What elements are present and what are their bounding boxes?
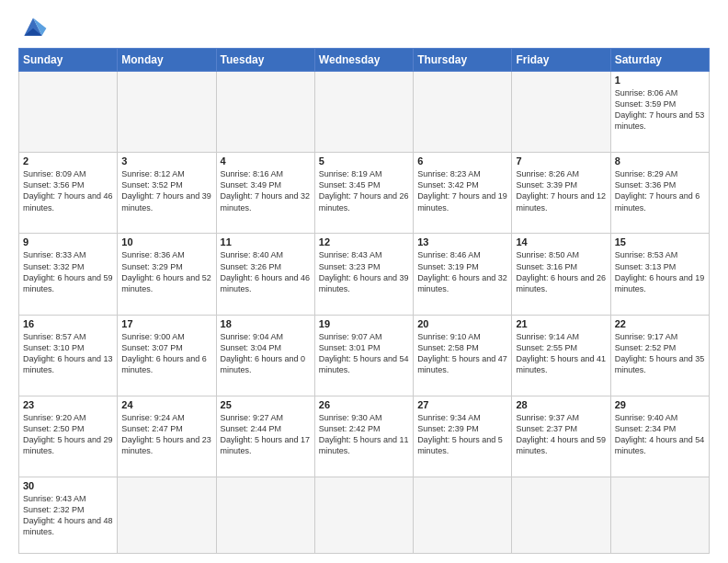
calendar-cell: 8Sunrise: 8:29 AM Sunset: 3:36 PM Daylig… xyxy=(610,153,709,234)
day-info: Sunrise: 9:34 AM Sunset: 2:39 PM Dayligh… xyxy=(417,412,507,457)
day-info: Sunrise: 8:57 AM Sunset: 3:10 PM Dayligh… xyxy=(23,331,113,376)
day-number: 29 xyxy=(615,399,705,410)
day-number: 11 xyxy=(221,236,311,247)
day-number: 26 xyxy=(319,399,409,410)
day-info: Sunrise: 8:26 AM Sunset: 3:39 PM Dayligh… xyxy=(516,168,606,213)
day-number: 12 xyxy=(319,236,409,247)
day-number: 7 xyxy=(516,155,606,167)
day-number: 6 xyxy=(417,155,507,167)
day-info: Sunrise: 8:43 AM Sunset: 3:23 PM Dayligh… xyxy=(319,249,409,294)
day-number: 25 xyxy=(221,399,311,410)
day-number: 3 xyxy=(121,155,211,167)
calendar-cell: 30Sunrise: 9:43 AM Sunset: 2:32 PM Dayli… xyxy=(19,477,118,554)
day-info: Sunrise: 8:36 AM Sunset: 3:29 PM Dayligh… xyxy=(121,249,211,294)
calendar-cell xyxy=(19,72,118,153)
calendar-header-thursday: Thursday xyxy=(414,49,512,72)
calendar-header-saturday: Saturday xyxy=(610,49,709,72)
calendar-cell: 11Sunrise: 8:40 AM Sunset: 3:26 PM Dayli… xyxy=(216,234,314,315)
day-info: Sunrise: 8:09 AM Sunset: 3:56 PM Dayligh… xyxy=(23,168,113,213)
day-info: Sunrise: 9:20 AM Sunset: 2:50 PM Dayligh… xyxy=(23,412,113,457)
day-number: 23 xyxy=(23,399,113,410)
calendar-header-sunday: Sunday xyxy=(19,49,118,72)
day-info: Sunrise: 8:53 AM Sunset: 3:13 PM Dayligh… xyxy=(615,249,705,294)
calendar-header-tuesday: Tuesday xyxy=(216,49,314,72)
calendar-header-wednesday: Wednesday xyxy=(314,49,413,72)
calendar-table: SundayMondayTuesdayWednesdayThursdayFrid… xyxy=(18,48,710,554)
calendar-cell: 17Sunrise: 9:00 AM Sunset: 3:07 PM Dayli… xyxy=(118,315,216,396)
calendar-cell xyxy=(216,72,314,153)
day-info: Sunrise: 8:29 AM Sunset: 3:36 PM Dayligh… xyxy=(615,168,705,213)
day-number: 18 xyxy=(221,318,311,329)
day-info: Sunrise: 8:12 AM Sunset: 3:52 PM Dayligh… xyxy=(121,168,211,213)
day-number: 5 xyxy=(319,155,409,167)
day-number: 19 xyxy=(319,318,409,329)
calendar-cell xyxy=(414,477,512,554)
calendar-week-1: 2Sunrise: 8:09 AM Sunset: 3:56 PM Daylig… xyxy=(19,153,710,234)
calendar-cell xyxy=(610,477,709,554)
day-number: 15 xyxy=(615,236,705,247)
calendar-cell: 2Sunrise: 8:09 AM Sunset: 3:56 PM Daylig… xyxy=(19,153,118,234)
day-info: Sunrise: 9:00 AM Sunset: 3:07 PM Dayligh… xyxy=(121,331,211,376)
day-number: 22 xyxy=(615,318,705,329)
logo-icon xyxy=(18,15,48,40)
day-info: Sunrise: 9:14 AM Sunset: 2:55 PM Dayligh… xyxy=(516,331,606,376)
calendar-cell xyxy=(414,72,512,153)
day-number: 2 xyxy=(23,155,113,167)
calendar-cell: 26Sunrise: 9:30 AM Sunset: 2:42 PM Dayli… xyxy=(314,396,413,477)
calendar-cell: 23Sunrise: 9:20 AM Sunset: 2:50 PM Dayli… xyxy=(19,396,118,477)
calendar-cell: 19Sunrise: 9:07 AM Sunset: 3:01 PM Dayli… xyxy=(314,315,413,396)
day-number: 21 xyxy=(516,318,606,329)
day-info: Sunrise: 9:07 AM Sunset: 3:01 PM Dayligh… xyxy=(319,331,409,376)
day-number: 9 xyxy=(23,236,113,247)
day-info: Sunrise: 9:24 AM Sunset: 2:47 PM Dayligh… xyxy=(121,412,211,457)
day-info: Sunrise: 9:04 AM Sunset: 3:04 PM Dayligh… xyxy=(221,331,311,376)
day-number: 28 xyxy=(516,399,606,410)
calendar-cell xyxy=(118,477,216,554)
calendar-cell: 29Sunrise: 9:40 AM Sunset: 2:34 PM Dayli… xyxy=(610,396,709,477)
calendar-cell xyxy=(216,477,314,554)
calendar-cell: 21Sunrise: 9:14 AM Sunset: 2:55 PM Dayli… xyxy=(512,315,610,396)
calendar-cell: 3Sunrise: 8:12 AM Sunset: 3:52 PM Daylig… xyxy=(118,153,216,234)
day-info: Sunrise: 9:27 AM Sunset: 2:44 PM Dayligh… xyxy=(221,412,311,457)
header xyxy=(18,15,710,40)
day-info: Sunrise: 8:16 AM Sunset: 3:49 PM Dayligh… xyxy=(221,168,311,213)
calendar-cell: 16Sunrise: 8:57 AM Sunset: 3:10 PM Dayli… xyxy=(19,315,118,396)
day-info: Sunrise: 9:17 AM Sunset: 2:52 PM Dayligh… xyxy=(615,331,705,376)
calendar-cell: 10Sunrise: 8:36 AM Sunset: 3:29 PM Dayli… xyxy=(118,234,216,315)
day-number: 13 xyxy=(417,236,507,247)
calendar-cell: 28Sunrise: 9:37 AM Sunset: 2:37 PM Dayli… xyxy=(512,396,610,477)
calendar-cell: 25Sunrise: 9:27 AM Sunset: 2:44 PM Dayli… xyxy=(216,396,314,477)
day-number: 16 xyxy=(23,318,113,329)
day-info: Sunrise: 8:33 AM Sunset: 3:32 PM Dayligh… xyxy=(23,249,113,294)
day-info: Sunrise: 8:23 AM Sunset: 3:42 PM Dayligh… xyxy=(417,168,507,213)
day-number: 4 xyxy=(221,155,311,167)
day-number: 30 xyxy=(23,480,113,491)
calendar-cell xyxy=(512,72,610,153)
calendar-cell xyxy=(118,72,216,153)
calendar-cell: 15Sunrise: 8:53 AM Sunset: 3:13 PM Dayli… xyxy=(610,234,709,315)
calendar-cell: 4Sunrise: 8:16 AM Sunset: 3:49 PM Daylig… xyxy=(216,153,314,234)
day-info: Sunrise: 8:06 AM Sunset: 3:59 PM Dayligh… xyxy=(615,87,705,132)
day-info: Sunrise: 8:40 AM Sunset: 3:26 PM Dayligh… xyxy=(221,249,311,294)
day-number: 14 xyxy=(516,236,606,247)
day-info: Sunrise: 9:37 AM Sunset: 2:37 PM Dayligh… xyxy=(516,412,606,457)
calendar-cell: 1Sunrise: 8:06 AM Sunset: 3:59 PM Daylig… xyxy=(610,72,709,153)
calendar-week-5: 30Sunrise: 9:43 AM Sunset: 2:32 PM Dayli… xyxy=(19,477,710,554)
page: SundayMondayTuesdayWednesdayThursdayFrid… xyxy=(0,0,728,563)
calendar-week-0: 1Sunrise: 8:06 AM Sunset: 3:59 PM Daylig… xyxy=(19,72,710,153)
logo xyxy=(18,15,51,40)
calendar-cell xyxy=(512,477,610,554)
day-number: 8 xyxy=(615,155,705,167)
day-info: Sunrise: 8:19 AM Sunset: 3:45 PM Dayligh… xyxy=(319,168,409,213)
day-info: Sunrise: 9:43 AM Sunset: 2:32 PM Dayligh… xyxy=(23,493,113,538)
calendar-cell: 13Sunrise: 8:46 AM Sunset: 3:19 PM Dayli… xyxy=(414,234,512,315)
calendar-header-friday: Friday xyxy=(512,49,610,72)
calendar-week-4: 23Sunrise: 9:20 AM Sunset: 2:50 PM Dayli… xyxy=(19,396,710,477)
calendar-week-3: 16Sunrise: 8:57 AM Sunset: 3:10 PM Dayli… xyxy=(19,315,710,396)
calendar-cell: 6Sunrise: 8:23 AM Sunset: 3:42 PM Daylig… xyxy=(414,153,512,234)
day-info: Sunrise: 9:30 AM Sunset: 2:42 PM Dayligh… xyxy=(319,412,409,457)
calendar-header-monday: Monday xyxy=(118,49,216,72)
day-number: 24 xyxy=(121,399,211,410)
calendar-header-row: SundayMondayTuesdayWednesdayThursdayFrid… xyxy=(19,49,710,72)
day-number: 27 xyxy=(417,399,507,410)
